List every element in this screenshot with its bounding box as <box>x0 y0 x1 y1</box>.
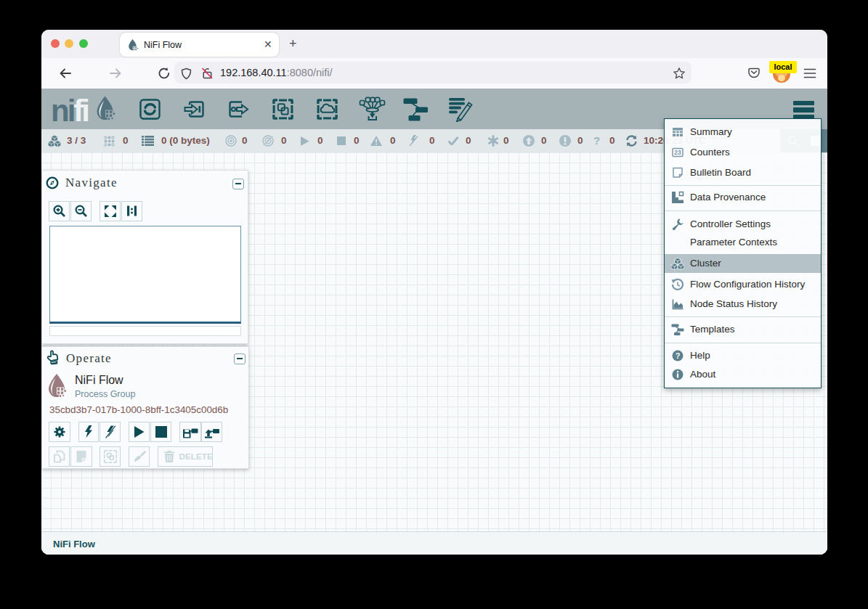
svg-text:?: ? <box>676 351 681 360</box>
svg-text:23: 23 <box>674 149 681 156</box>
